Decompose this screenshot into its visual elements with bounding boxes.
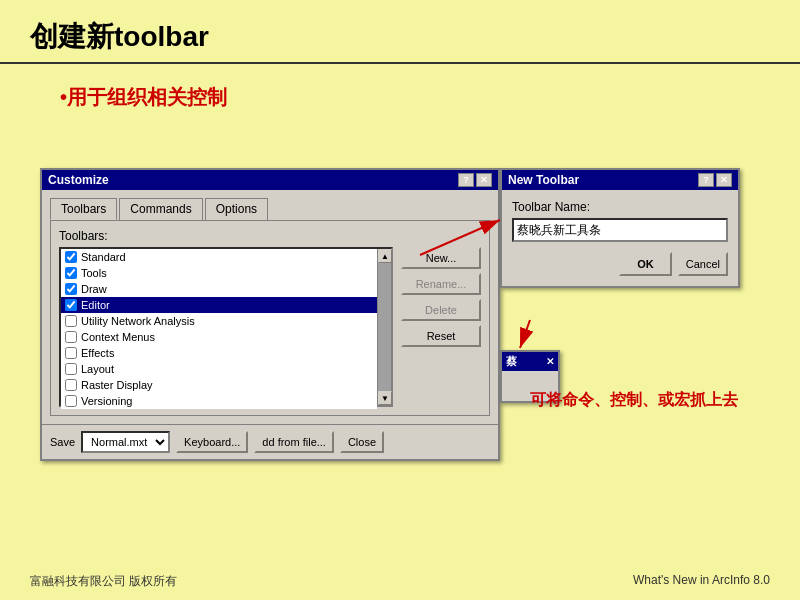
page-title: 创建新toolbar [0, 0, 800, 64]
tab-commands[interactable]: Commands [119, 198, 202, 220]
tab-bar: Toolbars Commands Options [50, 198, 490, 220]
new-toolbar-close[interactable]: ✕ [716, 173, 732, 187]
toolbar-item-versioning[interactable]: Versioning [61, 393, 377, 409]
toolbar-item-utility[interactable]: Utility Network Analysis [61, 313, 377, 329]
customize-titlebar: Customize ? ✕ [42, 170, 498, 190]
small-toolbar-label: 蔡 [506, 354, 517, 369]
new-button[interactable]: New... [401, 247, 481, 269]
customize-title: Customize [48, 173, 109, 187]
rename-button[interactable]: Rename... [401, 273, 481, 295]
add-from-file-button[interactable]: dd from file... [254, 431, 334, 453]
toolbar-item-layout[interactable]: Layout [61, 361, 377, 377]
toolbar-item-tools[interactable]: Tools [61, 265, 377, 281]
titlebar-buttons: ? ✕ [458, 173, 492, 187]
toolbar-item-editor[interactable]: Editor [61, 297, 377, 313]
new-toolbar-dialog: New Toolbar ? ✕ Toolbar Name: OK Cancel [500, 168, 740, 288]
toolbar-list[interactable]: Standard Tools Draw Editor Utility Netwo… [61, 249, 377, 409]
tab-content: Toolbars: Standard Tools Draw Editor Uti… [50, 220, 490, 416]
toolbar-name-input[interactable] [512, 218, 728, 242]
new-toolbar-buttons: OK Cancel [512, 252, 728, 276]
help-button[interactable]: ? [458, 173, 474, 187]
new-toolbar-titlebar-buttons: ? ✕ [698, 173, 732, 187]
scroll-down[interactable]: ▼ [378, 391, 392, 405]
ok-button[interactable]: OK [619, 252, 672, 276]
customize-body: Toolbars Commands Options Toolbars: Stan… [42, 190, 498, 424]
small-toolbar-titlebar: 蔡 ✕ [502, 352, 558, 371]
tab-toolbars[interactable]: Toolbars [50, 198, 117, 220]
reset-button[interactable]: Reset [401, 325, 481, 347]
toolbar-name-label: Toolbar Name: [512, 200, 728, 214]
save-select[interactable]: Normal.mxt [81, 431, 170, 453]
delete-button[interactable]: Delete [401, 299, 481, 321]
dialog-bottom: Save Normal.mxt Keyboard... dd from file… [42, 424, 498, 459]
action-buttons: New... Rename... Delete Reset [401, 247, 481, 407]
close-button-bottom[interactable]: Close [340, 431, 384, 453]
toolbar-item-effects[interactable]: Effects [61, 345, 377, 361]
small-toolbar-close[interactable]: ✕ [546, 356, 554, 367]
cancel-button[interactable]: Cancel [678, 252, 728, 276]
save-label: Save [50, 436, 75, 448]
scrollbar[interactable]: ▲ ▼ [377, 249, 391, 405]
scroll-up[interactable]: ▲ [378, 249, 392, 263]
footer-right: What's New in ArcInfo 8.0 [633, 573, 770, 590]
toolbar-item-raster[interactable]: Raster Display [61, 377, 377, 393]
toolbar-item-standard[interactable]: Standard [61, 249, 377, 265]
customize-dialog: Customize ? ✕ Toolbars Commands Options … [40, 168, 500, 461]
annotation-text: 可将命令、控制、或宏抓上去 [530, 390, 738, 411]
close-button[interactable]: ✕ [476, 173, 492, 187]
toolbar-item-draw[interactable]: Draw [61, 281, 377, 297]
new-toolbar-title: New Toolbar [508, 173, 579, 187]
toolbar-item-context[interactable]: Context Menus [61, 329, 377, 345]
new-toolbar-help[interactable]: ? [698, 173, 714, 187]
new-toolbar-body: Toolbar Name: OK Cancel [502, 190, 738, 286]
subtitle: •用于组织相关控制 [0, 74, 800, 121]
toolbar-list-container: Standard Tools Draw Editor Utility Netwo… [59, 247, 481, 407]
new-toolbar-titlebar: New Toolbar ? ✕ [502, 170, 738, 190]
svg-line-2 [520, 320, 530, 348]
tab-options[interactable]: Options [205, 198, 268, 220]
footer: 富融科技有限公司 版权所有 What's New in ArcInfo 8.0 [30, 573, 770, 590]
toolbars-label: Toolbars: [59, 229, 481, 243]
footer-left: 富融科技有限公司 版权所有 [30, 573, 177, 590]
keyboard-button[interactable]: Keyboard... [176, 431, 248, 453]
